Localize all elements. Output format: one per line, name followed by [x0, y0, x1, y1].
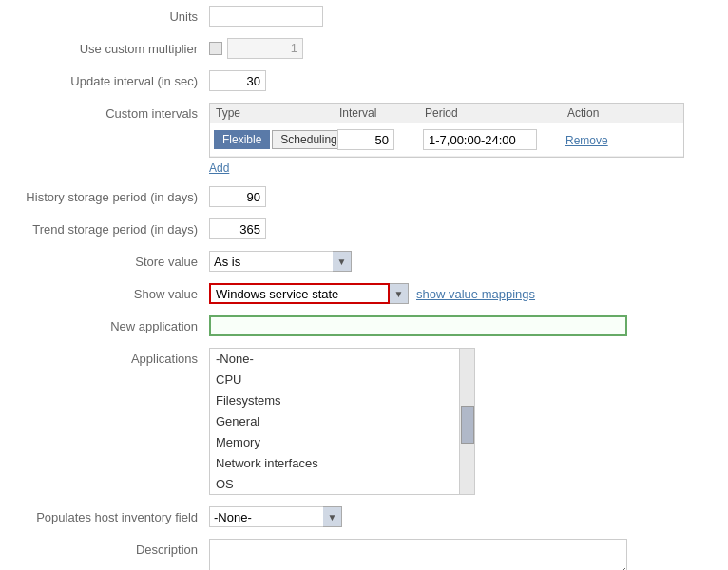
custom-intervals-row: Custom intervals Type Interval Period Ac…: [0, 97, 728, 180]
update-interval-row: Update interval (in sec): [0, 65, 728, 97]
store-value-col: As is Delta (speed per second) Delta (si…: [209, 251, 718, 272]
trend-storage-col: [209, 218, 718, 239]
use-custom-multiplier-checkbox[interactable]: [209, 42, 222, 55]
intervals-header: Type Interval Period Action: [210, 104, 683, 124]
populates-select[interactable]: -None-: [209, 506, 342, 527]
period-input-0[interactable]: [423, 129, 537, 150]
list-item-none[interactable]: -None-: [210, 349, 459, 370]
interval-cell-0: [334, 127, 419, 152]
listbox-scrollbar[interactable]: [459, 349, 474, 494]
description-input[interactable]: [209, 539, 627, 570]
update-interval-col: [209, 70, 718, 91]
interval-row-0: Flexible Scheduling Remove: [210, 124, 683, 157]
show-value-input-group: ▼: [209, 283, 409, 304]
new-application-label: New application: [10, 315, 209, 333]
history-storage-input[interactable]: [209, 186, 266, 207]
update-interval-input[interactable]: [209, 70, 266, 91]
list-item-general[interactable]: General: [210, 411, 459, 432]
trend-storage-label: Trend storage period (in days): [10, 218, 209, 237]
show-value-label: Show value: [10, 283, 209, 301]
list-item-cpu[interactable]: CPU: [210, 370, 459, 390]
show-value-mappings-link[interactable]: show value mappings: [416, 287, 535, 301]
use-custom-multiplier-row: Use custom multiplier 1: [0, 32, 728, 65]
units-label: Units: [10, 6, 209, 24]
populates-col: -None- ▼: [209, 506, 718, 527]
use-custom-multiplier-label: Use custom multiplier: [10, 38, 209, 56]
col-type-header: Type: [210, 104, 334, 123]
custom-intervals-col: Type Interval Period Action Flexible Sch…: [209, 103, 718, 175]
show-value-col: ▼ show value mappings: [209, 283, 718, 304]
type-cell-0: Flexible Scheduling: [210, 128, 334, 151]
store-value-wrapper: As is Delta (speed per second) Delta (si…: [209, 251, 352, 272]
trend-storage-row: Trend storage period (in days): [0, 213, 728, 245]
store-value-label: Store value: [10, 251, 209, 269]
flexible-btn[interactable]: Flexible: [214, 130, 270, 149]
form-container: Units Use custom multiplier 1 Update int…: [0, 0, 728, 570]
list-item-filesystems[interactable]: Filesystems: [210, 390, 459, 411]
col-action-header: Action: [562, 104, 638, 123]
show-value-dropdown-btn[interactable]: ▼: [390, 283, 409, 304]
scrollbar-track: [460, 349, 474, 494]
store-value-select[interactable]: As is Delta (speed per second) Delta (si…: [209, 251, 352, 272]
history-storage-row: History storage period (in days): [0, 180, 728, 213]
populates-label: Populates host inventory field: [10, 506, 209, 524]
applications-label: Applications: [10, 348, 209, 366]
listbox-items: -None- CPU Filesystems General Memory Ne…: [210, 349, 459, 494]
custom-intervals-label: Custom intervals: [10, 103, 209, 121]
new-application-row: New application: [0, 310, 728, 342]
update-interval-label: Update interval (in sec): [10, 70, 209, 88]
store-value-row: Store value As is Delta (speed per secon…: [0, 245, 728, 277]
new-application-col: [209, 315, 718, 336]
applications-listbox[interactable]: -None- CPU Filesystems General Memory Ne…: [209, 348, 475, 495]
populates-wrapper: -None- ▼: [209, 506, 342, 527]
remove-link-0[interactable]: Remove: [565, 134, 608, 147]
multiplier-value: 1: [227, 38, 303, 59]
list-item-network-interfaces[interactable]: Network interfaces: [210, 453, 459, 474]
populates-row: Populates host inventory field -None- ▼: [0, 501, 728, 533]
add-link[interactable]: Add: [209, 162, 229, 175]
units-row: Units: [0, 0, 728, 32]
intervals-table: Type Interval Period Action Flexible Sch…: [209, 103, 684, 158]
list-item-os[interactable]: OS: [210, 474, 459, 494]
scrollbar-thumb: [461, 406, 474, 444]
description-row: Description: [0, 533, 728, 570]
history-storage-label: History storage period (in days): [10, 186, 209, 204]
interval-input-0[interactable]: [337, 129, 394, 150]
applications-col: -None- CPU Filesystems General Memory Ne…: [209, 348, 718, 495]
action-cell-0: Remove: [562, 131, 638, 149]
list-item-memory[interactable]: Memory: [210, 432, 459, 453]
period-cell-0: [419, 127, 562, 152]
units-input-col: [209, 6, 718, 27]
units-input[interactable]: [209, 6, 323, 27]
applications-row: Applications -None- CPU Filesystems Gene…: [0, 342, 728, 501]
description-label: Description: [10, 539, 209, 557]
history-storage-col: [209, 186, 718, 207]
use-custom-multiplier-col: 1: [209, 38, 718, 59]
col-interval-header: Interval: [334, 104, 419, 123]
show-value-input[interactable]: [209, 283, 390, 304]
show-value-row: Show value ▼ show value mappings: [0, 277, 728, 310]
trend-storage-input[interactable]: [209, 218, 266, 239]
col-period-header: Period: [419, 104, 562, 123]
description-col: [209, 539, 718, 570]
new-application-input[interactable]: [209, 315, 627, 336]
